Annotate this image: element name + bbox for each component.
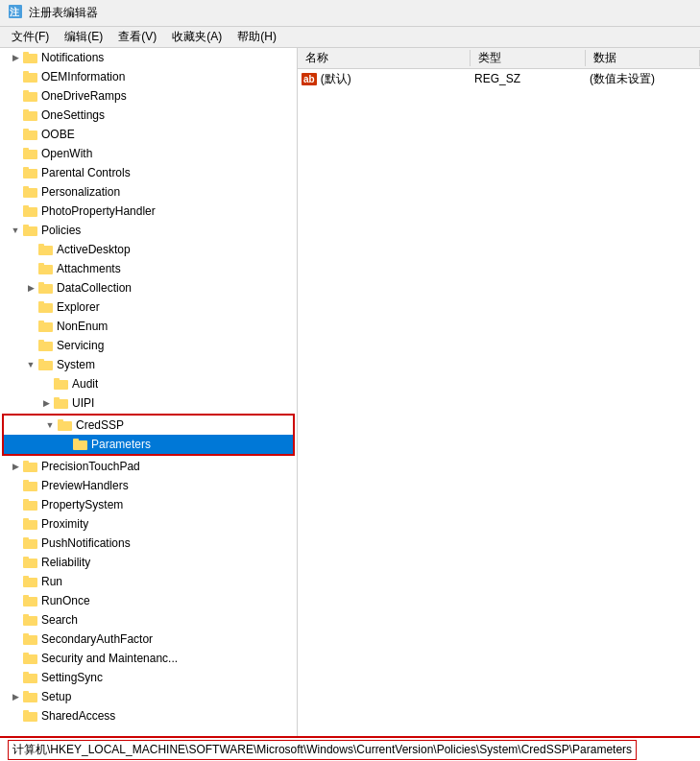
svg-rect-64 (23, 633, 29, 636)
svg-rect-13 (23, 150, 37, 159)
tree-item-personalization[interactable]: ▶ Personalization (0, 182, 297, 202)
folder-icon-photopropertyhandler (23, 204, 38, 218)
tree-item-audit[interactable]: ▶ Audit (0, 374, 297, 393)
label-nonenum: NonEnum (57, 320, 108, 333)
svg-rect-33 (38, 342, 53, 351)
tree-item-parameters[interactable]: ▶ Parameters (4, 435, 293, 454)
tree-item-onesettings[interactable]: ▶ OneSettings (0, 106, 297, 125)
svg-rect-56 (23, 557, 29, 559)
label-uipi: UIPI (72, 396, 94, 410)
svg-rect-23 (38, 246, 53, 255)
folder-icon-uipi (54, 396, 69, 410)
menu-view[interactable]: 查看(V) (110, 27, 164, 47)
col-header-name: 名称 (298, 50, 471, 66)
folder-icon-nonenum (38, 320, 54, 333)
tree-item-parental-controls[interactable]: ▶ Parental Controls (0, 163, 297, 182)
label-parameters: Parameters (91, 438, 151, 451)
tree-item-previewhandlers[interactable]: ▶ PreviewHandlers (0, 476, 297, 495)
svg-rect-26 (38, 263, 44, 266)
tree-item-proximity[interactable]: ▶ Proximity (0, 514, 297, 534)
tree-item-photopropertyhandler[interactable]: ▶ PhotoPropertyHandler (0, 202, 297, 221)
expand-precisiontouchpad[interactable]: ▶ (8, 459, 23, 474)
tree-item-datacollection[interactable]: ▶ DataCollection (0, 278, 297, 297)
menu-edit[interactable]: 编辑(E) (57, 27, 110, 47)
col-header-type: 类型 (471, 50, 586, 66)
label-credssp: CredSSP (76, 418, 124, 432)
expand-uipi[interactable]: ▶ (38, 395, 54, 411)
col-header-data: 数据 (586, 50, 700, 66)
tree-item-oeminformation[interactable]: ▶ OEMInformation (0, 67, 297, 86)
folder-icon-reliability (23, 556, 38, 569)
folder-icon-sharedaccess (23, 709, 38, 723)
svg-rect-11 (23, 131, 37, 140)
tree-item-propertysystem[interactable]: ▶ PropertySystem (0, 495, 297, 514)
tree-item-attachments[interactable]: ▶ Attachments (0, 259, 297, 278)
folder-icon-settingsync (23, 671, 38, 684)
expand-policies[interactable]: ▼ (8, 223, 23, 238)
label-policies: Policies (41, 224, 81, 237)
expand-datacollection[interactable]: ▶ (23, 280, 38, 296)
tree-item-runonce[interactable]: ▶ RunOnce (0, 591, 297, 610)
tree-panel[interactable]: ▶ Notifications ▶ OEMInformation ▶ OneDr… (0, 48, 298, 736)
svg-rect-68 (23, 672, 29, 675)
svg-rect-17 (23, 188, 37, 198)
svg-rect-43 (73, 440, 87, 450)
tree-item-search[interactable]: ▶ Search (0, 610, 297, 630)
tree-item-run[interactable]: ▶ Run (0, 572, 297, 591)
data-row-default[interactable]: ab (默认) REG_SZ (数值未设置) (298, 69, 700, 88)
tree-item-policies[interactable]: ▼ Policies (0, 221, 297, 240)
tree-item-credssp[interactable]: ▼ CredSSP (4, 416, 293, 435)
folder-icon-personalization (23, 185, 38, 199)
tree-item-servicing[interactable]: ▶ Servicing (0, 336, 297, 355)
tree-item-oobe[interactable]: ▶ OOBE (0, 125, 297, 144)
label-precisiontouchpad: PrecisionTouchPad (41, 460, 140, 473)
label-audit: Audit (72, 377, 98, 391)
tree-item-reliability[interactable]: ▶ Reliability (0, 553, 297, 572)
tree-item-sharedaccess[interactable]: ▶ SharedAccess (0, 706, 297, 725)
folder-icon-notifications (23, 51, 38, 64)
expand-credssp[interactable]: ▼ (42, 417, 58, 433)
tree-item-secondaryauthfactor[interactable]: ▶ SecondaryAuthFactor (0, 630, 297, 649)
svg-rect-25 (38, 265, 53, 274)
tree-item-pushnotifications[interactable]: ▶ PushNotifications (0, 534, 297, 553)
tree-item-precisiontouchpad[interactable]: ▶ PrecisionTouchPad (0, 457, 297, 476)
label-onedriveramps: OneDriveRamps (41, 89, 127, 103)
svg-rect-10 (23, 109, 29, 112)
tree-item-nonenum[interactable]: ▶ NonEnum (0, 317, 297, 336)
data-cell-name-value: (默认) (321, 71, 351, 87)
expand-notifications[interactable]: ▶ (8, 50, 23, 65)
folder-icon-credssp (58, 418, 73, 432)
svg-rect-15 (23, 169, 37, 178)
svg-rect-29 (38, 303, 53, 313)
menu-favorites[interactable]: 收藏夹(A) (164, 27, 229, 47)
tree-item-setup[interactable]: ▶ Setup (0, 687, 297, 706)
svg-rect-58 (23, 576, 29, 579)
tree-item-openwith[interactable]: ▶ OpenWith (0, 144, 297, 163)
tree-item-activedesktop[interactable]: ▶ ActiveDesktop (0, 240, 297, 259)
folder-icon-activedesktop (38, 243, 54, 256)
svg-rect-39 (54, 399, 68, 409)
tree-item-uipi[interactable]: ▶ UIPI (0, 393, 297, 413)
svg-rect-72 (23, 710, 29, 713)
label-photopropertyhandler: PhotoPropertyHandler (41, 204, 156, 218)
status-bar: 计算机\HKEY_LOCAL_MACHINE\SOFTWARE\Microsof… (0, 736, 700, 761)
folder-icon-onesettings (23, 108, 38, 122)
svg-rect-30 (38, 301, 44, 304)
tree-item-onedriveramps[interactable]: ▶ OneDriveRamps (0, 86, 297, 106)
menu-file[interactable]: 文件(F) (4, 27, 57, 47)
label-oobe: OOBE (41, 128, 75, 141)
tree-item-settingsync[interactable]: ▶ SettingSync (0, 668, 297, 687)
tree-item-system[interactable]: ▼ System (0, 355, 297, 374)
menu-help[interactable]: 帮助(H) (229, 27, 284, 47)
tree-item-security-maintenance[interactable]: ▶ Security and Maintenanc... (0, 649, 297, 668)
expand-setup[interactable]: ▶ (8, 689, 23, 704)
tree-item-explorer[interactable]: ▶ Explorer (0, 297, 297, 317)
label-secondaryauthfactor: SecondaryAuthFactor (41, 632, 153, 646)
label-proximity: Proximity (41, 517, 88, 531)
expand-system[interactable]: ▼ (23, 357, 38, 372)
folder-icon-runonce (23, 594, 38, 607)
folder-icon-secondaryauthfactor (23, 632, 38, 646)
tree-item-notifications[interactable]: ▶ Notifications (0, 48, 297, 67)
svg-rect-65 (23, 654, 37, 664)
reg-ab-icon: ab (302, 73, 317, 85)
